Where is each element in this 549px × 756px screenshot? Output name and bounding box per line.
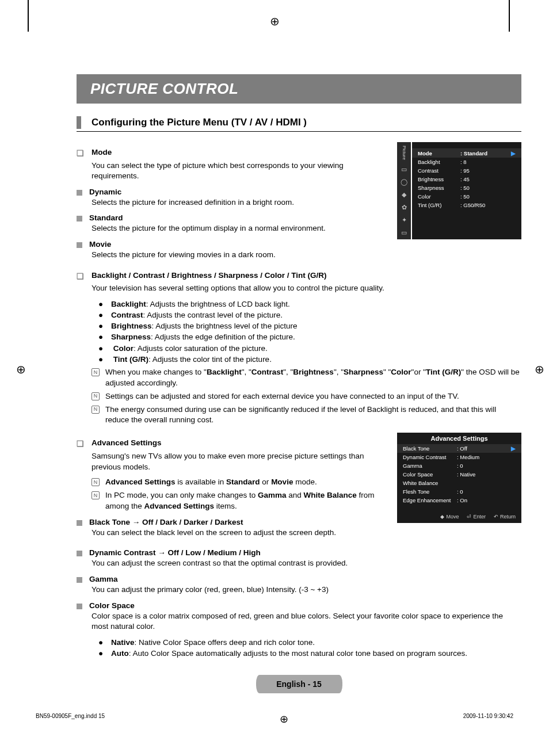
adv-note1: Advanced Settings is available in Standa… (105, 477, 389, 488)
input-icon: ✦ (400, 216, 408, 224)
osd-row: Edge Enhancement: On (397, 496, 521, 505)
square-icon (77, 190, 82, 196)
gamma-label: Gamma (89, 575, 521, 583)
circle-icon: ◯ (400, 178, 408, 186)
osd-adv-title: Advanced Settings (397, 433, 521, 444)
osd-row: Backlight: 8 (412, 158, 521, 166)
osd-row: Sharpness: 50 (412, 184, 521, 192)
osd-side-label: Picture (402, 144, 407, 161)
bl-heading: Backlight / Contrast / Brightness / Shar… (92, 271, 327, 280)
movie-label: Movie (89, 240, 389, 249)
blacktone-desc: You can select the black level on the sc… (92, 528, 389, 539)
osd-row: Brightness: 45 (412, 175, 521, 184)
square-icon (77, 520, 82, 526)
dynamic-desc: Selects the picture for increased defini… (92, 197, 389, 208)
square-icon (77, 216, 82, 222)
note-icon: N (92, 406, 100, 414)
note-icon: N (92, 478, 100, 486)
osd-row: Contrast: 95 (412, 166, 521, 175)
cspace-bullets: ●Native: Native Color Space offers deep … (98, 637, 521, 659)
tv-icon: ▭ (400, 166, 408, 174)
note-icon: N (92, 491, 100, 499)
square-bullet-icon: ❏ (77, 148, 85, 159)
footer-left: BN59-00905F_eng.indd 15 (36, 713, 105, 726)
osd-row: Color Space: Native (397, 470, 521, 479)
gear-icon: ✿ (400, 204, 408, 212)
page-badge: English - 15 (256, 675, 342, 693)
square-icon (77, 577, 82, 583)
square-icon (77, 551, 82, 556)
dyncon-desc: You can adjust the screen contrast so th… (92, 558, 521, 569)
osd-row: Color: 50 (412, 192, 521, 201)
adv-heading: Advanced Settings (92, 438, 162, 447)
dynamic-label: Dynamic (89, 188, 389, 196)
standard-label: Standard (89, 213, 389, 222)
note-osd-adjust: When you make changes to "Backlight", "C… (105, 367, 521, 389)
cspace-desc: Color space is a color matrix composed o… (92, 611, 521, 632)
return-icon: ↶ (494, 514, 498, 520)
mode-intro: You can select the type of picture which… (92, 161, 389, 182)
osd-row: Flesh Tone: 0 (397, 487, 521, 496)
blacktone-label: Black Tone → Off / Dark / Darker / Darke… (89, 518, 389, 526)
osd-row: Black Tone: Off▶ (397, 444, 521, 453)
adv-intro: Samsung's new TVs allow you to make even… (92, 451, 389, 472)
movie-desc: Selects the picture for viewing movies i… (92, 250, 389, 261)
support-icon: ▭ (400, 229, 408, 237)
section-marker-icon (77, 116, 81, 129)
adv-note2: In PC mode, you can only make changes to… (105, 490, 389, 512)
osd-row: Dynamic Contrast: Medium (397, 453, 521, 461)
foot-return: Return (500, 514, 516, 520)
registration-mark-icon: ⊕ (28, 14, 521, 28)
mode-heading: Mode (92, 148, 112, 156)
move-icon: ◆ (440, 514, 444, 520)
speaker-icon: ◆ (400, 191, 408, 199)
cspace-label: Color Space (89, 601, 521, 610)
registration-mark-icon: ⊕ (16, 362, 26, 376)
square-icon (77, 242, 82, 248)
section-title: Configuring the Picture Menu (TV / AV / … (92, 117, 307, 128)
standard-desc: Selects the picture for the optimum disp… (92, 223, 389, 234)
bl-bullets: ●Backlight: Adjusts the brightness of LC… (98, 299, 521, 365)
dyncon-label: Dynamic Contrast → Off / Low / Medium / … (89, 548, 521, 557)
square-bullet-icon: ❏ (77, 271, 85, 282)
enter-icon: ⏎ (467, 514, 471, 520)
note-per-device: Settings can be adjusted and stored for … (105, 391, 521, 402)
osd-row: Tint (G/R): G50/R50 (412, 201, 521, 209)
footer-right: 2009-11-10 9:30:42 (463, 713, 513, 726)
note-energy: The energy consumed during use can be si… (105, 404, 521, 426)
gamma-desc: You can adjust the primary color (red, g… (92, 585, 521, 595)
osd-row: Gamma: 0 (397, 461, 521, 470)
note-icon: N (92, 392, 100, 400)
registration-mark-icon: ⊕ (535, 362, 544, 376)
registration-mark-icon: ⊕ (280, 713, 288, 726)
osd-advanced-settings: Advanced Settings Black Tone: Off▶Dynami… (397, 433, 521, 523)
osd-row: White Balance (397, 479, 521, 487)
note-icon: N (92, 368, 100, 376)
title-bar: PICTURE CONTROL (77, 74, 521, 104)
foot-enter: Enter (473, 514, 486, 520)
osd-row: Mode: Standard▶ (412, 149, 521, 158)
osd-picture-menu: Picture ▭ ◯ ◆ ✿ ✦ ▭ Mode: Standard▶Backl… (397, 142, 521, 239)
square-icon (77, 604, 82, 609)
square-bullet-icon: ❏ (77, 438, 85, 450)
foot-move: Move (446, 514, 459, 520)
bl-intro: Your television has several setting opti… (92, 283, 521, 294)
